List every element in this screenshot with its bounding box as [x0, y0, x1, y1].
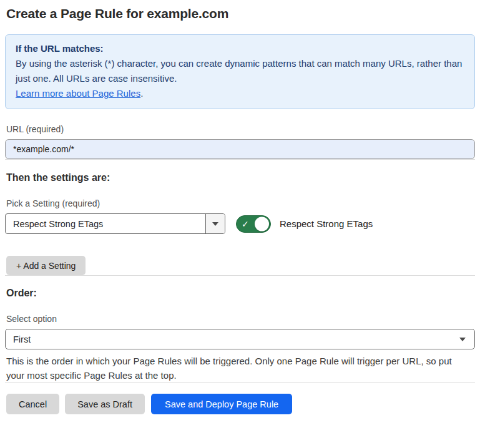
- pick-setting-label: Pick a Setting (required): [5, 198, 475, 208]
- divider: [5, 382, 475, 383]
- setting-select[interactable]: Respect Strong ETags: [5, 213, 225, 234]
- page-title: Create a Page Rule for example.com: [5, 6, 475, 21]
- setting-select-value: Respect Strong ETags: [6, 214, 205, 233]
- settings-heading: Then the settings are:: [5, 172, 475, 183]
- respect-strong-etags-toggle[interactable]: ✓: [236, 215, 271, 233]
- order-select[interactable]: First: [5, 329, 475, 349]
- order-select-value: First: [13, 334, 459, 344]
- cancel-button[interactable]: Cancel: [6, 394, 59, 414]
- page-rule-form: Create a Page Rule for example.com If th…: [0, 0, 480, 414]
- add-setting-button[interactable]: + Add a Setting: [6, 256, 86, 275]
- link-period: .: [140, 88, 143, 99]
- order-help-text: This is the order in which your Page Rul…: [5, 354, 470, 382]
- toggle-knob: [255, 217, 269, 231]
- save-draft-button[interactable]: Save as Draft: [65, 394, 145, 414]
- info-box-link-line: Learn more about Page Rules.: [16, 86, 464, 101]
- url-input[interactable]: [5, 139, 475, 159]
- url-match-info-box: If the URL matches: By using the asteris…: [5, 34, 475, 109]
- check-icon: ✓: [242, 219, 249, 228]
- dropdown-arrow-icon: [212, 222, 218, 226]
- divider: [5, 159, 475, 160]
- order-heading: Order:: [5, 288, 475, 299]
- divider: [5, 275, 475, 276]
- setting-select-arrow-button[interactable]: [205, 214, 225, 233]
- learn-more-link[interactable]: Learn more about Page Rules: [16, 88, 140, 99]
- info-box-heading: If the URL matches:: [16, 41, 464, 56]
- save-deploy-button[interactable]: Save and Deploy Page Rule: [151, 394, 292, 414]
- url-label: URL (required): [5, 124, 475, 134]
- info-box-body: By using the asterisk (*) character, you…: [16, 56, 464, 86]
- toggle-label: Respect Strong ETags: [280, 218, 373, 229]
- dropdown-arrow-icon: [459, 338, 466, 341]
- order-select-label: Select option: [5, 314, 475, 324]
- footer-actions: Cancel Save as Draft Save and Deploy Pag…: [5, 394, 475, 414]
- setting-row: Respect Strong ETags ✓ Respect Strong ET…: [5, 213, 475, 234]
